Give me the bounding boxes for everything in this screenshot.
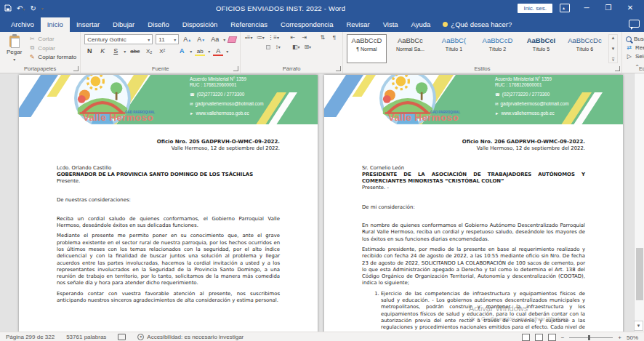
font-name-combo[interactable]: Century Gothic ▾ <box>84 34 153 44</box>
clear-formatting-icon[interactable] <box>228 36 237 43</box>
print-layout-icon[interactable] <box>535 334 543 341</box>
italic-button[interactable]: K <box>97 47 108 55</box>
styles-scroll-up-icon[interactable]: ▲ <box>609 36 617 40</box>
tab-referencias[interactable]: Referencias <box>224 17 274 32</box>
close-button[interactable]: ✕ <box>621 1 640 15</box>
tab-revisar[interactable]: Revisar <box>339 17 376 32</box>
font-name-dropdown-icon[interactable]: ▾ <box>148 37 150 42</box>
paste-button[interactable]: Pegar ▾ <box>4 34 25 63</box>
tab-ayuda[interactable]: Ayuda <box>405 17 438 32</box>
text-effects-button[interactable]: A <box>177 47 187 55</box>
strikethrough-button[interactable]: abc <box>129 48 141 55</box>
collapse-ribbon-icon[interactable]: ⌃ <box>635 64 640 71</box>
zoom-level[interactable]: 50% <box>627 334 638 341</box>
style-normal[interactable]: AaBbCcD ¶ Normal <box>347 34 387 63</box>
save-icon[interactable] <box>4 4 12 12</box>
zoom-slider-thumb[interactable] <box>588 335 590 340</box>
comments-icon[interactable] <box>629 20 640 28</box>
zoom-slider[interactable] <box>569 337 613 338</box>
accessibility-status[interactable]: ✦ Accesibilidad: es necesario investigar <box>137 334 243 340</box>
align-center-icon[interactable] <box>251 45 256 49</box>
format-painter-button[interactable]: ✎ Copiar formato <box>28 54 76 60</box>
align-left-icon[interactable] <box>244 45 249 49</box>
show-marks-icon[interactable]: ¶ <box>330 34 339 41</box>
title-bar: ↶▾ ↻ ▾ OFICIOS ENVIADOS INST. 2022 - Wor… <box>0 0 644 16</box>
numbering-icon[interactable]: ≔▾ <box>256 34 265 41</box>
letter-body-right[interactable]: Oficio Nro. 206 GADPRVH-O-WMC-09-2022. V… <box>324 124 623 332</box>
style-titulo-5[interactable]: AaBbCcI Título 5 <box>521 34 561 63</box>
styles-dialog-launcher-icon[interactable] <box>615 66 620 71</box>
font-size-dropdown-icon[interactable]: ▾ <box>174 37 176 42</box>
scrollbar-down-icon[interactable]: ▼ <box>634 321 643 331</box>
shading-icon[interactable]: ◧▾ <box>291 44 300 50</box>
redo-icon[interactable]: ↻ <box>30 4 36 12</box>
paragraph-dialog-launcher-icon[interactable] <box>336 66 341 71</box>
sort-icon[interactable]: ⇅ <box>318 34 327 41</box>
tab-diseno[interactable]: Diseño <box>141 17 176 32</box>
increase-indent-icon[interactable]: ⇥ <box>300 34 309 41</box>
shrink-font-button[interactable]: A▼ <box>196 36 206 43</box>
font-size-combo[interactable]: 11 ▾ <box>156 34 179 44</box>
zoom-out-icon[interactable]: − <box>561 334 565 341</box>
change-case-button[interactable]: Aa <box>209 36 220 43</box>
style-normal-sa[interactable]: AaBbCc Normal Sa... <box>390 34 430 63</box>
bold-button[interactable]: N <box>84 47 94 55</box>
proofing-status[interactable] <box>118 334 126 340</box>
justify-icon[interactable] <box>266 45 270 49</box>
select-button[interactable]: ▷ Seleccionar ▾ <box>626 53 644 60</box>
font-color-dropdown-icon[interactable]: ▾ <box>226 49 228 54</box>
grow-font-button[interactable]: A▲ <box>182 36 193 43</box>
tab-disposicion[interactable]: Disposición <box>176 17 225 32</box>
decrease-indent-icon[interactable]: ⇤ <box>289 34 297 41</box>
superscript-button[interactable]: X² <box>157 48 167 55</box>
letter-body-left[interactable]: Oficio Nro. 205 GADPRVH-O-WMC-09-2022. V… <box>19 124 318 304</box>
style-titulo-6[interactable]: AaBbCcDc Título 6 <box>565 34 605 63</box>
page-left[interactable]: Valle Hermoso GAD PARROQUIAL Acuerdo Min… <box>19 75 318 332</box>
minimize-button[interactable]: ─ <box>577 1 596 15</box>
style-titulo-2[interactable]: AaBbCcD Título 2 <box>478 34 518 63</box>
subscript-button[interactable]: X₂ <box>144 48 154 55</box>
style-titulo-1[interactable]: AaBbC( Título 1 <box>434 34 474 63</box>
bullets-icon[interactable]: •≡▾ <box>244 34 253 41</box>
ribbon-display-options-icon[interactable] <box>560 4 570 12</box>
find-button[interactable]: Buscar ▾ <box>626 36 644 42</box>
tab-correspondencia[interactable]: Correspondencia <box>274 17 339 32</box>
restore-button[interactable]: ❐ <box>599 1 618 15</box>
scrollbar-thumb[interactable] <box>636 248 643 300</box>
sign-in-button[interactable]: Inic. ses. <box>518 4 552 13</box>
paste-dropdown-icon[interactable]: ▾ <box>13 57 15 62</box>
highlight-dropdown-icon[interactable]: ▾ <box>208 49 210 54</box>
multilevel-list-icon[interactable]: ⋮≡▾ <box>267 34 279 41</box>
page-right[interactable]: Valle Hermoso GAD PARROQUIAL Acuerdo Min… <box>324 75 623 332</box>
cut-button[interactable]: ✂ Cortar <box>28 36 76 42</box>
vertical-scrollbar[interactable]: ▼ <box>634 73 644 332</box>
change-case-dropdown-icon[interactable]: ▾ <box>223 37 225 42</box>
zoom-in-icon[interactable]: + <box>618 334 621 341</box>
styles-scroll-down-icon[interactable]: ▼ <box>609 47 617 51</box>
copy-button[interactable]: ⧉ Copiar <box>28 44 76 52</box>
page-indicator[interactable]: Página 299 de 322 <box>6 334 55 340</box>
clipboard-dialog-launcher-icon[interactable] <box>73 66 79 71</box>
tab-vista[interactable]: Vista <box>377 17 405 32</box>
replace-button[interactable]: ⇄ Reemplazar <box>626 44 644 51</box>
read-mode-icon[interactable] <box>522 334 530 341</box>
line-spacing-icon[interactable]: ↕▾ <box>273 44 282 50</box>
underline-dropdown-icon[interactable]: ▾ <box>124 49 126 54</box>
styles-group-label: Estilos <box>343 65 621 72</box>
align-right-icon[interactable] <box>259 45 263 49</box>
borders-icon[interactable]: ⊞▾ <box>303 44 312 50</box>
tab-insertar[interactable]: Insertar <box>70 17 106 32</box>
font-color-button[interactable]: A <box>213 47 223 55</box>
font-dialog-launcher-icon[interactable] <box>233 66 238 71</box>
styles-more-icon[interactable]: ⊽ <box>609 57 617 62</box>
web-layout-icon[interactable] <box>548 334 556 341</box>
text-effects-dropdown-icon[interactable]: ▾ <box>190 49 192 54</box>
tab-archivo[interactable]: Archivo <box>4 17 41 32</box>
tell-me-box[interactable]: ¿Qué desea hacer? <box>437 17 518 32</box>
tab-dibujar[interactable]: Dibujar <box>106 17 141 32</box>
word-count[interactable]: 53761 palabras <box>66 334 106 340</box>
underline-button[interactable]: S <box>110 47 121 55</box>
tab-inicio[interactable]: Inicio <box>41 17 70 32</box>
highlight-button[interactable]: ab <box>195 48 205 55</box>
undo-icon[interactable]: ↶▾ <box>17 4 25 12</box>
